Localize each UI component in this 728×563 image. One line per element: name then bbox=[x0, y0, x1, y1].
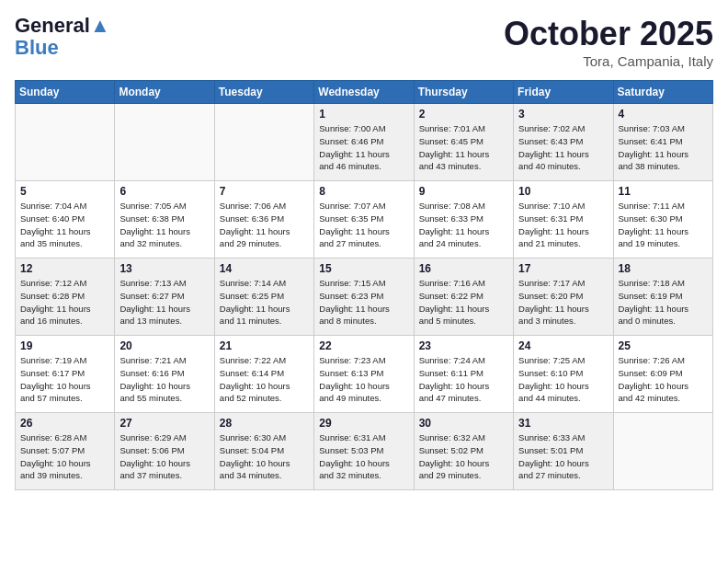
calendar-day-cell: 25Sunrise: 7:26 AM Sunset: 6:09 PM Dayli… bbox=[613, 336, 712, 413]
day-info: Sunrise: 7:23 AM Sunset: 6:13 PM Dayligh… bbox=[319, 354, 408, 405]
calendar-table: SundayMondayTuesdayWednesdayThursdayFrid… bbox=[15, 80, 713, 490]
day-number: 4 bbox=[619, 108, 708, 121]
calendar-day-cell: 18Sunrise: 7:18 AM Sunset: 6:19 PM Dayli… bbox=[613, 259, 712, 336]
day-number: 20 bbox=[119, 339, 209, 352]
day-info: Sunrise: 7:25 AM Sunset: 6:10 PM Dayligh… bbox=[518, 354, 608, 405]
calendar-day-cell: 1Sunrise: 7:00 AM Sunset: 6:46 PM Daylig… bbox=[314, 104, 414, 181]
day-info: Sunrise: 7:13 AM Sunset: 6:27 PM Dayligh… bbox=[119, 277, 209, 327]
title-block: October 2025 Tora, Campania, Italy bbox=[504, 15, 713, 69]
calendar-day-cell: 19Sunrise: 7:19 AM Sunset: 6:17 PM Dayli… bbox=[16, 336, 115, 413]
calendar-day-cell: 21Sunrise: 7:22 AM Sunset: 6:14 PM Dayli… bbox=[214, 336, 313, 413]
page-header: General▲ Blue October 2025 Tora, Campani… bbox=[15, 15, 713, 69]
calendar-day-cell: 7Sunrise: 7:06 AM Sunset: 6:36 PM Daylig… bbox=[214, 181, 313, 259]
calendar-week-row: 26Sunrise: 6:28 AM Sunset: 5:07 PM Dayli… bbox=[16, 413, 713, 490]
day-number: 17 bbox=[518, 262, 608, 275]
day-info: Sunrise: 7:04 AM Sunset: 6:40 PM Dayligh… bbox=[20, 200, 109, 250]
logo: General▲ Blue bbox=[15, 15, 110, 59]
calendar-week-row: 5Sunrise: 7:04 AM Sunset: 6:40 PM Daylig… bbox=[16, 181, 713, 259]
day-info: Sunrise: 7:24 AM Sunset: 6:11 PM Dayligh… bbox=[419, 354, 508, 405]
day-number: 9 bbox=[419, 185, 508, 198]
day-info: Sunrise: 7:18 AM Sunset: 6:19 PM Dayligh… bbox=[619, 277, 708, 327]
day-number: 30 bbox=[419, 417, 508, 430]
calendar-day-cell bbox=[115, 104, 214, 181]
weekday-header: Wednesday bbox=[314, 81, 414, 104]
day-number: 6 bbox=[119, 185, 209, 198]
day-number: 15 bbox=[319, 262, 408, 275]
calendar-day-cell: 3Sunrise: 7:02 AM Sunset: 6:43 PM Daylig… bbox=[514, 104, 613, 181]
day-info: Sunrise: 6:28 AM Sunset: 5:07 PM Dayligh… bbox=[20, 431, 109, 482]
weekday-header: Thursday bbox=[414, 81, 513, 104]
day-number: 5 bbox=[20, 185, 109, 198]
day-number: 13 bbox=[119, 262, 209, 275]
calendar-day-cell: 15Sunrise: 7:15 AM Sunset: 6:23 PM Dayli… bbox=[314, 259, 414, 336]
day-info: Sunrise: 7:15 AM Sunset: 6:23 PM Dayligh… bbox=[319, 277, 408, 327]
day-number: 27 bbox=[119, 417, 209, 430]
weekday-header: Sunday bbox=[16, 81, 115, 104]
day-number: 11 bbox=[619, 185, 708, 198]
logo-blue-text: Blue bbox=[15, 37, 59, 59]
calendar-day-cell: 11Sunrise: 7:11 AM Sunset: 6:30 PM Dayli… bbox=[613, 181, 712, 259]
weekday-header: Tuesday bbox=[214, 81, 313, 104]
day-info: Sunrise: 7:16 AM Sunset: 6:22 PM Dayligh… bbox=[419, 277, 508, 327]
day-info: Sunrise: 6:29 AM Sunset: 5:06 PM Dayligh… bbox=[119, 431, 209, 482]
calendar-day-cell: 17Sunrise: 7:17 AM Sunset: 6:20 PM Dayli… bbox=[514, 259, 613, 336]
calendar-day-cell bbox=[613, 413, 712, 490]
day-info: Sunrise: 7:05 AM Sunset: 6:38 PM Dayligh… bbox=[119, 200, 209, 250]
day-info: Sunrise: 7:01 AM Sunset: 6:45 PM Dayligh… bbox=[419, 122, 508, 173]
calendar-day-cell: 10Sunrise: 7:10 AM Sunset: 6:31 PM Dayli… bbox=[514, 181, 613, 259]
calendar-day-cell: 27Sunrise: 6:29 AM Sunset: 5:06 PM Dayli… bbox=[115, 413, 214, 490]
day-number: 22 bbox=[319, 339, 408, 352]
day-number: 25 bbox=[619, 339, 708, 352]
calendar-day-cell bbox=[214, 104, 313, 181]
calendar-header-row: SundayMondayTuesdayWednesdayThursdayFrid… bbox=[16, 81, 713, 104]
day-number: 19 bbox=[20, 339, 109, 352]
calendar-day-cell: 16Sunrise: 7:16 AM Sunset: 6:22 PM Dayli… bbox=[414, 259, 513, 336]
calendar-day-cell: 12Sunrise: 7:12 AM Sunset: 6:28 PM Dayli… bbox=[16, 259, 115, 336]
calendar-day-cell: 2Sunrise: 7:01 AM Sunset: 6:45 PM Daylig… bbox=[414, 104, 513, 181]
day-number: 21 bbox=[220, 339, 309, 352]
calendar-week-row: 19Sunrise: 7:19 AM Sunset: 6:17 PM Dayli… bbox=[16, 336, 713, 413]
calendar-day-cell: 23Sunrise: 7:24 AM Sunset: 6:11 PM Dayli… bbox=[414, 336, 513, 413]
weekday-header: Saturday bbox=[613, 81, 712, 104]
calendar-day-cell: 13Sunrise: 7:13 AM Sunset: 6:27 PM Dayli… bbox=[115, 259, 214, 336]
weekday-header: Friday bbox=[514, 81, 613, 104]
day-info: Sunrise: 7:07 AM Sunset: 6:35 PM Dayligh… bbox=[319, 200, 408, 250]
day-info: Sunrise: 7:02 AM Sunset: 6:43 PM Dayligh… bbox=[518, 122, 608, 173]
day-number: 31 bbox=[518, 417, 608, 430]
day-info: Sunrise: 6:30 AM Sunset: 5:04 PM Dayligh… bbox=[220, 431, 309, 482]
day-number: 14 bbox=[220, 262, 309, 275]
calendar-day-cell: 20Sunrise: 7:21 AM Sunset: 6:16 PM Dayli… bbox=[115, 336, 214, 413]
calendar-day-cell: 22Sunrise: 7:23 AM Sunset: 6:13 PM Dayli… bbox=[314, 336, 414, 413]
day-number: 3 bbox=[518, 108, 608, 121]
day-number: 1 bbox=[319, 108, 408, 121]
calendar-day-cell: 28Sunrise: 6:30 AM Sunset: 5:04 PM Dayli… bbox=[214, 413, 313, 490]
calendar-day-cell: 14Sunrise: 7:14 AM Sunset: 6:25 PM Dayli… bbox=[214, 259, 313, 336]
day-info: Sunrise: 7:21 AM Sunset: 6:16 PM Dayligh… bbox=[119, 354, 209, 405]
logo-text: General▲ bbox=[15, 15, 110, 37]
calendar-day-cell: 5Sunrise: 7:04 AM Sunset: 6:40 PM Daylig… bbox=[16, 181, 115, 259]
calendar-day-cell: 31Sunrise: 6:33 AM Sunset: 5:01 PM Dayli… bbox=[514, 413, 613, 490]
day-number: 2 bbox=[419, 108, 508, 121]
calendar-week-row: 12Sunrise: 7:12 AM Sunset: 6:28 PM Dayli… bbox=[16, 259, 713, 336]
day-number: 29 bbox=[319, 417, 408, 430]
day-number: 7 bbox=[220, 185, 309, 198]
calendar-day-cell: 6Sunrise: 7:05 AM Sunset: 6:38 PM Daylig… bbox=[115, 181, 214, 259]
calendar-day-cell: 8Sunrise: 7:07 AM Sunset: 6:35 PM Daylig… bbox=[314, 181, 414, 259]
day-info: Sunrise: 6:33 AM Sunset: 5:01 PM Dayligh… bbox=[518, 431, 608, 482]
day-info: Sunrise: 7:22 AM Sunset: 6:14 PM Dayligh… bbox=[220, 354, 309, 405]
day-info: Sunrise: 7:03 AM Sunset: 6:41 PM Dayligh… bbox=[619, 122, 708, 173]
day-number: 28 bbox=[220, 417, 309, 430]
day-number: 12 bbox=[20, 262, 109, 275]
day-info: Sunrise: 6:32 AM Sunset: 5:02 PM Dayligh… bbox=[419, 431, 508, 482]
calendar-day-cell bbox=[16, 104, 115, 181]
day-info: Sunrise: 7:14 AM Sunset: 6:25 PM Dayligh… bbox=[220, 277, 309, 327]
day-number: 23 bbox=[419, 339, 508, 352]
calendar-day-cell: 26Sunrise: 6:28 AM Sunset: 5:07 PM Dayli… bbox=[16, 413, 115, 490]
calendar-day-cell: 29Sunrise: 6:31 AM Sunset: 5:03 PM Dayli… bbox=[314, 413, 414, 490]
calendar-week-row: 1Sunrise: 7:00 AM Sunset: 6:46 PM Daylig… bbox=[16, 104, 713, 181]
calendar-day-cell: 30Sunrise: 6:32 AM Sunset: 5:02 PM Dayli… bbox=[414, 413, 513, 490]
day-number: 24 bbox=[518, 339, 608, 352]
weekday-header: Monday bbox=[115, 81, 214, 104]
day-number: 18 bbox=[619, 262, 708, 275]
day-info: Sunrise: 7:19 AM Sunset: 6:17 PM Dayligh… bbox=[20, 354, 109, 405]
